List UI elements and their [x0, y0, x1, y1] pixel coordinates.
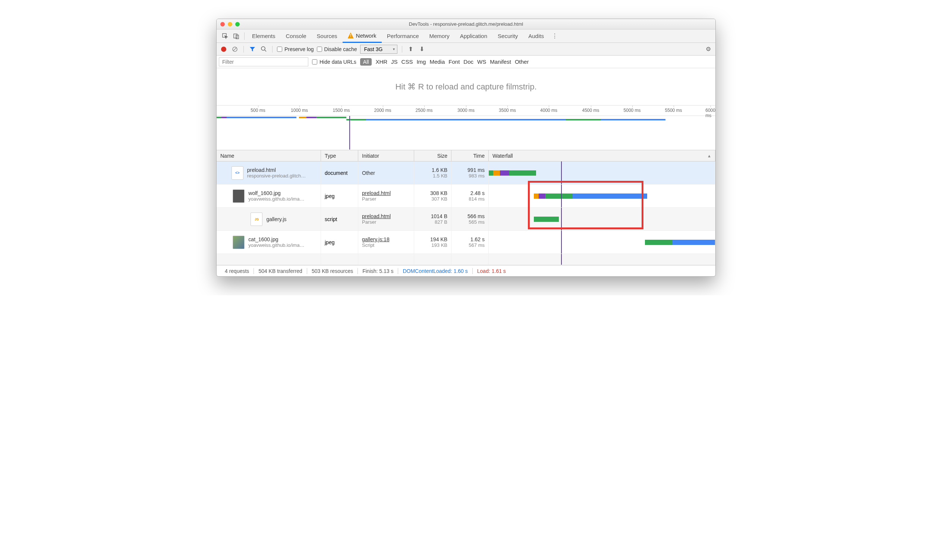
col-name[interactable]: Name [217, 150, 321, 161]
status-transferred: 504 KB transferred [254, 268, 307, 274]
settings-gear-icon[interactable]: ⚙ [704, 45, 712, 53]
inspect-icon[interactable] [221, 32, 229, 40]
col-size[interactable]: Size [414, 150, 451, 161]
col-time[interactable]: Time [451, 150, 489, 161]
svg-point-4 [261, 47, 265, 50]
device-toggle-icon[interactable] [232, 32, 240, 40]
col-initiator[interactable]: Initiator [358, 150, 414, 161]
throttle-select[interactable]: Fast 3G [360, 45, 397, 54]
disable-cache-checkbox[interactable]: Disable cache [317, 46, 357, 52]
tab-security[interactable]: Security [492, 29, 523, 43]
tab-audits[interactable]: Audits [523, 29, 549, 43]
warning-icon: ! [348, 32, 354, 38]
table-row-empty [217, 254, 715, 265]
network-toolbar: Preserve log Disable cache Fast 3G ⬆ ⬇ ⚙ [217, 43, 715, 55]
preserve-log-checkbox[interactable]: Preserve log [277, 46, 314, 52]
status-bar: 4 requests 504 KB transferred 503 KB res… [217, 265, 715, 276]
filmstrip-banner: Hit ⌘ R to reload and capture filmstrip. [217, 68, 715, 106]
tab-performance[interactable]: Performance [382, 29, 424, 43]
tab-console[interactable]: Console [281, 29, 312, 43]
col-type[interactable]: Type [321, 150, 358, 161]
filter-type-doc[interactable]: Doc [463, 58, 474, 65]
more-icon[interactable]: ⋮ [551, 32, 559, 40]
filter-type-css[interactable]: CSS [401, 58, 413, 65]
filter-bar: Hide data URLs All XHR JS CSS Img Media … [217, 55, 715, 68]
titlebar: DevTools - responsive-preload.glitch.me/… [217, 19, 715, 29]
js-file-icon: JS [251, 212, 263, 226]
devtools-window: DevTools - responsive-preload.glitch.me/… [216, 18, 716, 277]
image-file-icon [233, 189, 245, 203]
image-file-icon [233, 235, 245, 249]
filter-type-js[interactable]: JS [391, 58, 398, 65]
hide-data-urls-checkbox[interactable]: Hide data URLs [312, 59, 357, 65]
html-file-icon: <> [232, 166, 243, 180]
window-title: DevTools - responsive-preload.glitch.me/… [217, 21, 715, 27]
search-icon[interactable] [260, 45, 268, 53]
sort-arrow-icon: ▲ [707, 154, 711, 158]
highlight-annotation [528, 181, 643, 229]
status-load: Load: 1.61 s [473, 268, 511, 274]
filter-input[interactable] [219, 57, 308, 66]
status-finish: Finish: 5.13 s [358, 268, 398, 274]
table-headers: Name Type Initiator Size Time Waterfall▲ [217, 150, 715, 162]
table-row[interactable]: cat_1600.jpgyoavweiss.github.io/ima… jpe… [217, 231, 715, 254]
request-table: <>preload.htmlresponsive-preload.glitch…… [217, 162, 715, 265]
filter-type-manifest[interactable]: Manifest [490, 58, 511, 65]
tab-network[interactable]: !Network [343, 29, 382, 43]
status-requests: 4 requests [220, 268, 254, 274]
filter-icon[interactable] [248, 45, 257, 53]
tab-application[interactable]: Application [455, 29, 492, 43]
svg-rect-1 [234, 34, 237, 38]
tab-memory[interactable]: Memory [424, 29, 455, 43]
filter-type-other[interactable]: Other [515, 58, 529, 65]
filter-type-font[interactable]: Font [449, 58, 460, 65]
filter-type-media[interactable]: Media [429, 58, 445, 65]
tab-sources[interactable]: Sources [312, 29, 343, 43]
tab-elements[interactable]: Elements [247, 29, 281, 43]
record-button[interactable] [220, 45, 228, 53]
status-dcl: DOMContentLoaded: 1.60 s [398, 268, 472, 274]
download-har-icon[interactable]: ⬇ [418, 45, 426, 53]
filter-type-xhr[interactable]: XHR [375, 58, 388, 65]
timeline-overview[interactable]: 500 ms 1000 ms 1500 ms 2000 ms 2500 ms 3… [217, 106, 715, 150]
filter-type-ws[interactable]: WS [477, 58, 486, 65]
filter-type-all[interactable]: All [360, 58, 372, 66]
clear-icon[interactable] [231, 45, 239, 53]
filter-type-img[interactable]: Img [417, 58, 426, 65]
upload-har-icon[interactable]: ⬆ [407, 45, 415, 53]
panel-tabs: Elements Console Sources !Network Perfor… [217, 29, 715, 43]
col-waterfall[interactable]: Waterfall▲ [489, 150, 715, 161]
status-resources: 503 KB resources [307, 268, 358, 274]
